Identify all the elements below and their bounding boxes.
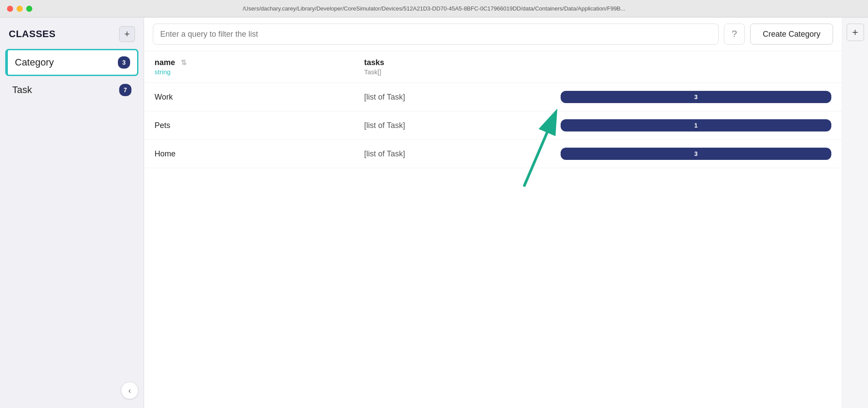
close-button[interactable]: [7, 6, 13, 12]
sidebar-item-category-badge: 3: [118, 56, 130, 69]
plus-icon: +: [124, 28, 130, 40]
badge-work: 3: [561, 91, 831, 103]
minimize-button[interactable]: [17, 6, 23, 12]
col-name-type: string: [155, 68, 343, 76]
col-header-name: name ⇅ string: [144, 51, 354, 83]
search-input[interactable]: [153, 24, 719, 45]
row-name-work: Work: [144, 83, 354, 111]
toolbar: ? Create Category: [144, 17, 842, 51]
search-wrapper: [153, 24, 719, 45]
col-name-label: name: [155, 58, 175, 67]
sidebar-add-button[interactable]: +: [119, 26, 135, 42]
table-wrapper: name ⇅ string tasks Task[]: [144, 51, 842, 408]
row-badge-home: 3: [550, 140, 842, 168]
right-panel: +: [842, 17, 868, 408]
col-tasks-label: tasks: [364, 58, 384, 67]
row-name-home: Home: [144, 140, 354, 168]
sidebar-items-list: Category 3 Task 7: [0, 49, 144, 382]
badge-pets: 1: [561, 119, 831, 131]
right-add-button[interactable]: +: [847, 24, 864, 41]
sidebar-item-task[interactable]: Task 7: [5, 78, 138, 102]
sort-icon[interactable]: ⇅: [181, 59, 186, 66]
data-table: name ⇅ string tasks Task[]: [144, 51, 842, 168]
app-container: CLASSES + Category 3 Task 7 ‹: [0, 17, 868, 408]
help-icon: ?: [732, 28, 737, 40]
sidebar-collapse-button[interactable]: ‹: [121, 382, 138, 399]
sidebar-item-category[interactable]: Category 3: [5, 49, 138, 76]
sidebar: CLASSES + Category 3 Task 7 ‹: [0, 17, 144, 408]
row-badge-work: 3: [550, 83, 842, 111]
plus-icon-right: +: [852, 26, 858, 38]
sidebar-item-task-label: Task: [12, 84, 32, 96]
title-bar: /Users/dachary.carey/Library/Developer/C…: [0, 0, 868, 17]
main-content: ? Create Category name ⇅ stri: [144, 17, 842, 408]
chevron-left-icon: ‹: [128, 386, 131, 395]
table-container: name ⇅ string tasks Task[]: [144, 51, 842, 168]
maximize-button[interactable]: [26, 6, 32, 12]
badge-home: 3: [561, 148, 831, 160]
sidebar-item-category-label: Category: [15, 57, 54, 68]
row-tasks-pets: [list of Task]: [354, 111, 550, 140]
table-row[interactable]: Work [list of Task] 3: [144, 83, 842, 111]
col-header-tasks: tasks Task[]: [354, 51, 550, 83]
traffic-lights: [7, 6, 32, 12]
sidebar-title: CLASSES: [9, 28, 55, 40]
row-name-pets: Pets: [144, 111, 354, 140]
sidebar-header: CLASSES +: [0, 17, 144, 49]
table-row[interactable]: Home [list of Task] 3: [144, 140, 842, 168]
row-tasks-work: [list of Task]: [354, 83, 550, 111]
window-path: /Users/dachary.carey/Library/Developer/C…: [243, 5, 625, 12]
table-header-row: name ⇅ string tasks Task[]: [144, 51, 842, 83]
row-tasks-home: [list of Task]: [354, 140, 550, 168]
sidebar-item-task-badge: 7: [119, 84, 131, 96]
create-category-button[interactable]: Create Category: [750, 24, 833, 45]
col-header-count: [550, 51, 842, 83]
row-badge-pets: 1: [550, 111, 842, 140]
help-button[interactable]: ?: [724, 24, 745, 45]
col-tasks-type: Task[]: [364, 68, 540, 76]
table-row[interactable]: Pets [list of Task] 1: [144, 111, 842, 140]
